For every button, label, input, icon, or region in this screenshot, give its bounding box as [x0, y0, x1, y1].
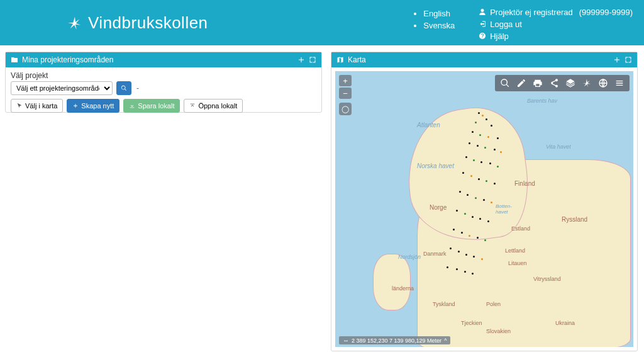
list-icon	[614, 78, 625, 88]
user-icon	[479, 8, 486, 16]
save-local-button[interactable]: Spara lokalt	[123, 99, 180, 113]
create-new-button[interactable]: Skapa nytt	[67, 99, 119, 113]
projects-panel-header: Mina projekteringsområden	[6, 52, 321, 67]
lang-svenska[interactable]: Svenska	[423, 20, 455, 31]
turbine-logo-icon	[68, 16, 82, 30]
map-legend-button[interactable]	[611, 77, 628, 89]
separator-dash: -	[135, 84, 140, 93]
zoom-in-button[interactable]: +	[339, 75, 352, 86]
zoom-out-button[interactable]: −	[339, 88, 352, 99]
map-panel-header: Karta	[331, 52, 637, 67]
map-share-button[interactable]	[546, 77, 562, 89]
open-local-button[interactable]: Öppna lokalt	[184, 99, 243, 113]
c-slovakien: Slovakien	[486, 328, 511, 334]
pencil-icon	[516, 78, 526, 88]
projects-panel: Mina projekteringsområden Välj projekt V…	[5, 52, 322, 113]
globe-icon	[598, 78, 608, 88]
expand-icon[interactable]	[309, 56, 316, 64]
select-in-map-label: Välj i karta	[25, 102, 57, 110]
map-turbine-button[interactable]	[579, 77, 595, 89]
turbine-icon	[582, 78, 592, 88]
pointer-icon	[16, 103, 23, 109]
user-label: Projektör ej registrerad	[490, 8, 573, 17]
map-container[interactable]: Atlanten Norska havet Nordsjön Barents h…	[335, 71, 633, 347]
map-icon	[336, 56, 344, 64]
c-vitryssland: Vitryssland	[533, 276, 561, 282]
select-in-map-button[interactable]: Välj i karta	[11, 99, 63, 113]
save-local-label: Spara lokalt	[138, 102, 174, 110]
search-project-button[interactable]	[116, 81, 131, 95]
logout-link[interactable]: Logga ut	[479, 20, 633, 29]
search-icon	[500, 78, 510, 88]
app-header: Vindbrukskollen English Svenska Projektö…	[0, 0, 644, 45]
sea-nordsjon: Nordsjön	[398, 254, 421, 260]
c-landerna: länderna	[392, 285, 414, 292]
map-panel-title: Karta	[348, 55, 366, 64]
map-search-button[interactable]	[497, 77, 513, 89]
upload-icon	[189, 103, 196, 109]
map-layers-button[interactable]	[562, 77, 579, 89]
print-icon	[533, 78, 543, 88]
app-title: Vindbrukskollen	[88, 13, 208, 33]
logout-label: Logga ut	[490, 20, 522, 29]
scale-arrows-icon: ↔	[343, 337, 349, 344]
help-icon	[479, 32, 486, 40]
scale-text: 2 389 152,230 7 139 980,129 Meter	[352, 338, 441, 344]
lang-english[interactable]: English	[423, 8, 455, 20]
land-uk	[373, 254, 411, 310]
user-id: (999999-9999)	[579, 8, 633, 17]
help-link[interactable]: Hjälp	[479, 31, 633, 41]
map-print-button[interactable]	[530, 77, 546, 89]
scalebar: ↔ 2 389 152,230 7 139 980,129 Meter ^	[339, 336, 450, 344]
logout-icon	[479, 20, 486, 28]
collapse-icon[interactable]	[297, 56, 305, 64]
scale-caret[interactable]: ^	[444, 338, 447, 344]
turbine-cluster	[440, 106, 516, 282]
map-collapse-icon[interactable]	[613, 56, 621, 64]
map-basemap-button[interactable]	[595, 77, 611, 89]
brand: Vindbrukskollen	[68, 13, 208, 33]
map-panel: Karta Atlanten Norska havet Nordsjön Bar…	[331, 52, 638, 351]
sea-vita: Vita havet	[546, 144, 571, 150]
download-icon	[129, 103, 135, 109]
sea-atlanten: Atlanten	[417, 122, 440, 128]
c-polen: Polen	[486, 301, 501, 307]
user-block: Projektör ej registrerad (999999-9999) L…	[479, 8, 633, 41]
header-right: English Svenska Projektör ej registrerad…	[412, 5, 633, 41]
c-tjeckien: Tjeckien	[461, 320, 482, 326]
help-label: Hjälp	[490, 31, 509, 41]
map-canvas[interactable]: Atlanten Norska havet Nordsjön Barents h…	[335, 71, 633, 347]
content: Mina projekteringsområden Välj projekt V…	[0, 45, 644, 352]
search-icon	[121, 85, 127, 91]
zoom-home-button[interactable]: ◯	[339, 103, 352, 115]
project-select[interactable]: Välj ett projekteringsområde	[11, 81, 113, 95]
c-ukraina: Ukraina	[555, 320, 575, 326]
projects-panel-title: Mina projekteringsområden	[22, 55, 113, 64]
map-edit-button[interactable]	[513, 77, 530, 89]
create-new-label: Skapa nytt	[81, 102, 114, 110]
zoom-controls: + − ◯	[339, 75, 352, 115]
c-tyskland: Tyskland	[433, 301, 455, 307]
select-label: Välj projekt	[11, 71, 316, 80]
map-expand-icon[interactable]	[625, 56, 632, 64]
layers-icon	[565, 78, 575, 88]
folder-icon	[11, 56, 18, 64]
map-toolbar	[495, 75, 630, 91]
user-line: Projektör ej registrerad (999999-9999)	[479, 8, 633, 17]
projects-panel-body: Välj projekt Välj ett projekteringsområd…	[6, 67, 321, 116]
c-ryssland: Ryssland	[562, 216, 587, 223]
language-list: English Svenska	[412, 8, 455, 31]
share-icon	[549, 78, 559, 88]
c-finland: Finland	[514, 180, 535, 187]
open-local-label: Öppna lokalt	[198, 102, 237, 110]
plus-icon	[72, 103, 79, 109]
sea-barents: Barents hav	[527, 98, 557, 104]
